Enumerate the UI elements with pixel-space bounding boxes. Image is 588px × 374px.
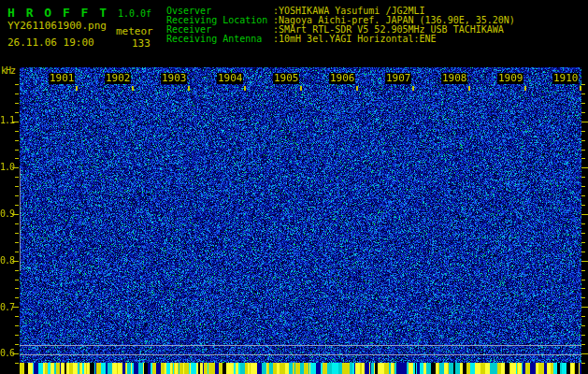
time-label: 1906 xyxy=(329,73,355,84)
y-minor-tick xyxy=(581,94,585,94)
station-info-label: Receiving Antenna xyxy=(166,35,273,44)
y-minor-tick xyxy=(15,252,19,252)
y-minor-tick xyxy=(581,150,585,151)
y-minor-tick xyxy=(15,344,19,345)
y-minor-tick xyxy=(581,186,585,187)
y-minor-tick xyxy=(581,140,585,141)
y-minor-tick xyxy=(15,205,19,206)
station-info-value: :10mH 3el.YAGI Horizontal:ENE xyxy=(273,34,437,44)
y-minor-tick xyxy=(581,205,585,206)
observation-datetime: 26.11.06 19:00 xyxy=(7,36,94,49)
noise-level-line-lower xyxy=(20,354,581,355)
y-minor-tick xyxy=(581,131,585,132)
y-minor-tick xyxy=(15,363,19,364)
y-major-tick xyxy=(581,167,588,168)
y-minor-tick xyxy=(15,131,19,132)
y-minor-tick xyxy=(581,84,585,85)
y-minor-tick xyxy=(15,150,19,151)
y-minor-tick xyxy=(15,195,19,196)
y-minor-tick xyxy=(15,84,19,85)
spectrogram-canvas xyxy=(20,67,581,363)
y-axis-label: 0.7 xyxy=(0,303,13,312)
y-minor-tick xyxy=(581,280,585,280)
y-minor-tick xyxy=(15,233,19,234)
station-info-block: Ovserver:YOSHIKAWA Yasufumi /JG2MLIRecei… xyxy=(166,7,515,44)
y-minor-tick xyxy=(15,288,19,289)
time-label: 1903 xyxy=(161,73,187,84)
y-major-tick xyxy=(581,261,588,262)
y-minor-tick xyxy=(15,112,19,113)
y-minor-tick xyxy=(581,158,585,159)
y-minor-tick xyxy=(581,288,585,289)
time-label: 1908 xyxy=(441,73,467,84)
y-minor-tick xyxy=(581,195,585,196)
y-minor-tick xyxy=(15,242,19,243)
y-minor-tick xyxy=(15,223,19,224)
time-tick xyxy=(524,86,526,91)
time-label: 1904 xyxy=(217,73,243,84)
time-tick xyxy=(300,86,302,91)
y-minor-tick xyxy=(581,344,585,345)
y-minor-tick xyxy=(581,325,585,326)
y-axis-label: 0.9 xyxy=(0,209,13,219)
output-filename: YY2611061900.png xyxy=(7,20,107,32)
y-minor-tick xyxy=(15,186,19,187)
y-minor-tick xyxy=(15,140,19,141)
signal-level-bar xyxy=(20,363,581,374)
y-major-tick xyxy=(581,307,588,308)
y-minor-tick xyxy=(15,297,19,298)
time-label: 1902 xyxy=(105,73,131,84)
time-tick xyxy=(468,86,470,91)
hrofft-output-image: H R O F F T 1.0.0f YY2611061900.png mete… xyxy=(0,0,588,374)
y-major-tick xyxy=(581,214,588,215)
y-minor-tick xyxy=(581,297,585,298)
time-tick xyxy=(244,86,246,91)
y-axis-unit-label: kHz xyxy=(1,65,15,76)
y-minor-tick xyxy=(581,112,585,113)
station-info-line: Receiving Antenna:10mH 3el.YAGI Horizont… xyxy=(166,35,515,44)
time-tick xyxy=(76,86,78,91)
y-minor-tick xyxy=(15,280,19,280)
y-minor-tick xyxy=(581,233,585,234)
y-major-tick xyxy=(581,122,588,122)
y-minor-tick xyxy=(581,242,585,243)
time-tick xyxy=(132,86,134,91)
y-major-tick xyxy=(581,353,588,354)
y-minor-tick xyxy=(581,223,585,224)
y-minor-tick xyxy=(15,316,19,317)
y-minor-tick xyxy=(581,335,585,336)
time-tick xyxy=(188,86,190,91)
mode-label: meteor xyxy=(116,25,153,37)
y-axis-label: 0.6 xyxy=(0,349,13,358)
app-version: 1.0.0f xyxy=(118,8,151,19)
time-tick xyxy=(356,86,358,91)
y-minor-tick xyxy=(581,316,585,317)
y-axis-label: 0.8 xyxy=(0,256,13,266)
time-tick xyxy=(580,86,581,91)
y-minor-tick xyxy=(581,363,585,364)
y-minor-tick xyxy=(15,158,19,159)
y-minor-tick xyxy=(15,325,19,326)
y-minor-tick xyxy=(15,335,19,336)
y-minor-tick xyxy=(581,270,585,271)
y-minor-tick xyxy=(15,177,19,178)
echo-count: 133 xyxy=(132,37,151,50)
y-minor-tick xyxy=(581,177,585,178)
time-label: 1910 xyxy=(552,73,579,84)
y-minor-tick xyxy=(581,252,585,252)
time-label: 1909 xyxy=(497,73,523,84)
app-title: H R O F F T xyxy=(7,6,108,20)
time-label: 1907 xyxy=(385,73,411,84)
time-tick xyxy=(412,86,414,91)
y-minor-tick xyxy=(581,103,585,104)
noise-level-line-upper xyxy=(20,345,581,346)
time-label: 1905 xyxy=(273,73,299,84)
y-minor-tick xyxy=(15,270,19,271)
y-axis-label: 1.0 xyxy=(0,163,13,172)
plot-left-edge-marker xyxy=(20,168,21,271)
y-axis-label: 1.1 xyxy=(0,116,13,125)
y-minor-tick xyxy=(15,103,19,104)
time-label: 1901 xyxy=(49,73,75,84)
y-minor-tick xyxy=(15,94,19,94)
